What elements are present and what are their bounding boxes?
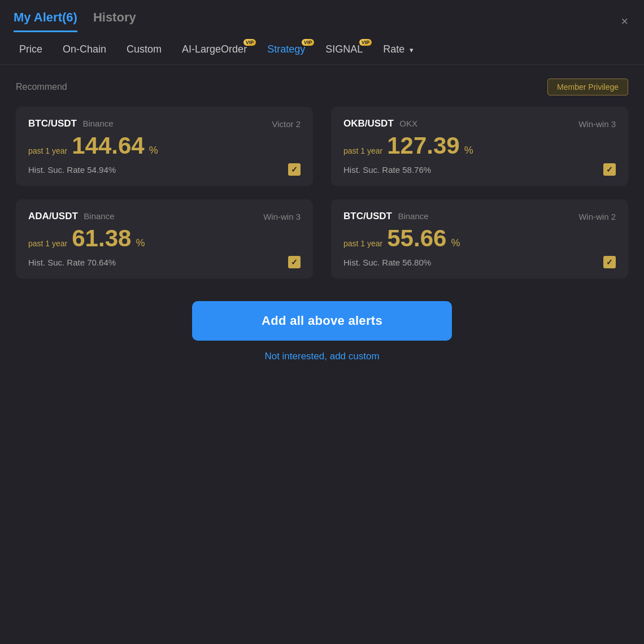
alert-card-2: ADA/USDT Binance Win-win 3 past 1 year 6… [16,199,313,279]
nav-item-price[interactable]: Price [9,34,53,64]
rate-percent-sign: % [149,145,158,156]
card-rate-row: past 1 year 127.39 % [343,134,616,158]
rate-value: 127.39 [387,134,459,158]
tab-history[interactable]: History [93,10,136,32]
tab-bar: My Alert(6) History [14,10,136,32]
hist-success-rate: Hist. Suc. Rate 70.64% [28,258,116,267]
card-exchange: Binance [398,211,428,221]
hist-success-rate: Hist. Suc. Rate 54.94% [28,165,116,175]
card-header: ADA/USDT Binance Win-win 3 [28,211,301,222]
action-area: Add all above alerts Not interested, add… [16,301,628,362]
tab-my-alert[interactable]: My Alert(6) [14,10,77,32]
card-rate-row: past 1 year 61.38 % [28,227,301,250]
vip-badge-strategy: VIP [302,39,315,46]
rate-percent-sign: % [451,237,460,249]
card-exchange: Binance [82,119,113,128]
nav-item-strategy[interactable]: Strategy VIP [257,34,315,64]
card-checkbox[interactable] [288,256,301,268]
recommend-row: Recommend Member Privilege [16,79,628,95]
rate-value: 144.64 [72,134,144,158]
not-interested-link[interactable]: Not interested, add custom [264,351,379,362]
nav-bar: Price On-Chain Custom AI-LargeOrder VIP … [0,34,644,65]
alert-card-1: OKB/USDT OKX Win-win 3 past 1 year 127.3… [331,107,628,186]
nav-item-signal[interactable]: SIGNAL VIP [315,34,373,64]
card-pair: ADA/USDT [28,211,78,221]
hist-success-rate: Hist. Suc. Rate 58.76% [343,165,431,175]
rate-period-label: past 1 year [343,146,382,155]
vip-badge-signal: VIP [359,39,372,46]
card-pair: OKB/USDT [343,118,394,129]
header: My Alert(6) History × [0,0,644,32]
rate-percent-sign: % [464,145,473,156]
card-pair: BTC/USDT [343,211,392,221]
add-all-alerts-button[interactable]: Add all above alerts [192,301,452,341]
card-rate-row: past 1 year 55.66 % [343,227,616,250]
card-pair-info: BTC/USDT Binance [343,211,429,222]
close-button[interactable]: × [619,13,630,30]
card-checkbox[interactable] [288,163,301,176]
card-strategy: Win-win 3 [263,212,301,221]
card-pair-info: BTC/USDT Binance [28,118,114,129]
rate-value: 61.38 [72,227,131,250]
card-pair-info: ADA/USDT Binance [28,211,115,222]
alert-card-0: BTC/USDT Binance Victor 2 past 1 year 14… [16,107,313,186]
recommend-label: Recommend [16,82,67,92]
card-pair: BTC/USDT [28,118,77,129]
rate-value: 55.66 [387,227,446,250]
card-exchange: OKX [399,119,417,128]
rate-percent-sign: % [136,237,145,249]
rate-period-label: past 1 year [28,146,67,155]
card-header: BTC/USDT Binance Victor 2 [28,118,301,129]
rate-period-label: past 1 year [343,239,382,248]
hist-success-rate: Hist. Suc. Rate 56.80% [343,258,431,267]
card-footer: Hist. Suc. Rate 70.64% [28,256,301,268]
app-window: My Alert(6) History × Price On-Chain Cus… [0,0,644,644]
nav-item-custom[interactable]: Custom [116,34,172,64]
alert-card-3: BTC/USDT Binance Win-win 2 past 1 year 5… [331,199,628,279]
nav-item-rate[interactable]: Rate ▾ [373,34,424,64]
card-strategy: Win-win 2 [578,212,616,221]
card-checkbox[interactable] [603,256,616,268]
card-exchange: Binance [84,211,114,221]
nav-item-on-chain[interactable]: On-Chain [53,34,116,64]
card-checkbox[interactable] [603,163,616,176]
vip-badge-ai: VIP [243,39,256,46]
card-footer: Hist. Suc. Rate 56.80% [343,256,616,268]
card-header: BTC/USDT Binance Win-win 2 [343,211,616,222]
cards-grid: BTC/USDT Binance Victor 2 past 1 year 14… [16,107,628,279]
rate-period-label: past 1 year [28,239,67,248]
card-footer: Hist. Suc. Rate 58.76% [343,163,616,176]
card-rate-row: past 1 year 144.64 % [28,134,301,158]
chevron-down-icon: ▾ [410,46,414,54]
card-header: OKB/USDT OKX Win-win 3 [343,118,616,129]
card-pair-info: OKB/USDT OKX [343,118,417,129]
card-strategy: Victor 2 [272,119,301,129]
main-content: Recommend Member Privilege BTC/USDT Bina… [0,65,644,644]
nav-item-ai-large-order[interactable]: AI-LargeOrder VIP [172,34,257,64]
card-strategy: Win-win 3 [578,119,616,129]
card-footer: Hist. Suc. Rate 54.94% [28,163,301,176]
member-privilege-badge: Member Privilege [547,79,628,95]
